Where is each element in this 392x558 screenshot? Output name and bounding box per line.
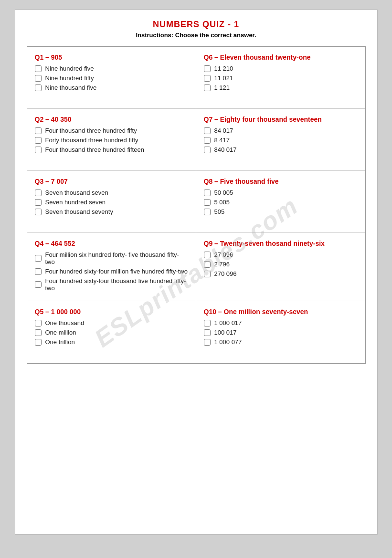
option-label-q8-3: 505 [214,208,225,215]
option-q10-3[interactable]: 1 000 077 [204,338,358,346]
question-label-q6: Q6 – Eleven thousand twenty-one [204,53,358,61]
question-label-q10: Q10 – One million seventy-seven [204,308,358,316]
checkbox-q10-1[interactable] [204,320,211,326]
checkbox-q9-1[interactable] [204,252,211,258]
option-label-q10-1: 1 000 017 [214,319,242,326]
option-label-q1-1: Nine hundred five [45,65,94,72]
checkbox-q5-2[interactable] [35,329,42,336]
option-q5-1[interactable]: One thousand [35,319,188,326]
instructions-label: Instructions: [136,32,173,39]
option-q1-2[interactable]: Nine hundred fifty [35,74,188,82]
question-block-q10: Q10 – One million seventy-seven1 000 017… [196,301,365,363]
checkbox-q4-1[interactable] [35,255,42,262]
question-block-q6: Q6 – Eleven thousand twenty-one11 21011 … [196,47,365,109]
checkbox-q8-1[interactable] [204,190,211,196]
question-label-q5: Q5 – 1 000 000 [35,308,188,316]
checkbox-q3-1[interactable] [35,190,42,196]
checkbox-q10-2[interactable] [204,329,211,336]
question-block-q4: Q4 – 464 552Four million six hundred for… [27,233,196,301]
option-label-q9-2: 2 796 [214,261,230,268]
option-q10-1[interactable]: 1 000 017 [204,319,358,326]
option-q2-1[interactable]: Four thousand three hundred fifty [35,127,188,134]
checkbox-q2-2[interactable] [35,137,42,144]
option-q9-1[interactable]: 27 096 [204,251,358,258]
checkbox-q5-1[interactable] [35,320,42,326]
checkbox-q10-3[interactable] [204,339,211,346]
option-q2-2[interactable]: Forty thousand three hundred fifty [35,137,188,144]
option-q9-3[interactable]: 270 096 [204,270,358,277]
option-q2-3[interactable]: Four thousand three hundred fifteen [35,146,188,153]
option-q6-2[interactable]: 11 021 [204,74,358,82]
option-label-q5-1: One thousand [45,319,85,326]
checkbox-q8-2[interactable] [204,199,211,206]
quiz-grid: Q1 – 905Nine hundred fiveNine hundred fi… [27,46,366,364]
checkbox-q4-3[interactable] [35,281,42,288]
option-q1-1[interactable]: Nine hundred five [35,65,188,72]
checkbox-q2-3[interactable] [35,147,42,153]
option-label-q1-2: Nine hundred fifty [45,74,94,82]
option-label-q10-3: 1 000 077 [214,338,242,346]
question-block-q9: Q9 – Twenty-seven thosand ninety-six27 0… [196,233,365,301]
option-label-q6-2: 11 021 [214,74,233,82]
option-q4-2[interactable]: Four hundred sixty-four million five hun… [35,268,188,275]
option-q3-2[interactable]: Seven hundred seven [35,199,188,206]
option-q5-3[interactable]: One trillion [35,338,188,346]
question-label-q1: Q1 – 905 [35,53,188,61]
checkbox-q7-3[interactable] [204,147,211,153]
checkbox-q6-2[interactable] [204,75,211,82]
option-label-q5-3: One trillion [45,338,75,346]
checkbox-q4-2[interactable] [35,268,42,275]
option-q6-1[interactable]: 11 210 [204,65,358,72]
option-q4-1[interactable]: Four million six hundred forty- five tho… [35,251,188,265]
option-q3-1[interactable]: Seven thousand seven [35,189,188,196]
checkbox-q5-3[interactable] [35,339,42,346]
option-q1-3[interactable]: Nine thousand five [35,84,188,91]
option-label-q7-2: 8 417 [214,137,230,144]
checkbox-q6-1[interactable] [204,65,211,72]
checkbox-q1-3[interactable] [35,84,42,91]
page-title: NUMBERS QUIZ - 1 [27,20,366,30]
option-label-q8-1: 50 005 [214,189,233,196]
option-label-q6-3: 1 121 [214,84,230,91]
option-q3-3[interactable]: Seven thousand seventy [35,208,188,215]
option-label-q4-2: Four hundred sixty-four million five hun… [45,268,188,275]
option-q8-2[interactable]: 5 005 [204,199,358,206]
option-label-q3-2: Seven hundred seven [45,199,106,206]
option-q7-2[interactable]: 8 417 [204,137,358,144]
option-label-q3-1: Seven thousand seven [45,189,108,196]
option-q7-1[interactable]: 84 017 [204,127,358,134]
checkbox-q6-3[interactable] [204,84,211,91]
option-q9-2[interactable]: 2 796 [204,261,358,268]
question-label-q7: Q7 – Eighty four thousand seventeen [204,116,358,123]
option-label-q4-3: Four hundred sixty-four thousand five hu… [45,277,188,292]
quiz-page: ESLprintables.com NUMBERS QUIZ - 1 Instr… [15,10,378,535]
question-block-q2: Q2 – 40 350Four thousand three hundred f… [27,109,196,171]
option-label-q1-3: Nine thousand five [45,84,97,91]
checkbox-q1-1[interactable] [35,65,42,72]
checkbox-q9-2[interactable] [204,261,211,268]
option-q4-3[interactable]: Four hundred sixty-four thousand five hu… [35,277,188,292]
checkbox-q7-1[interactable] [204,127,211,134]
checkbox-q8-3[interactable] [204,209,211,215]
option-q8-1[interactable]: 50 005 [204,189,358,196]
option-q5-2[interactable]: One million [35,329,188,336]
option-q7-3[interactable]: 840 017 [204,146,358,153]
option-q6-3[interactable]: 1 121 [204,84,358,91]
option-label-q5-2: One million [45,329,76,336]
option-label-q8-2: 5 005 [214,199,230,206]
checkbox-q2-1[interactable] [35,127,42,134]
question-block-q5: Q5 – 1 000 000One thousandOne millionOne… [27,301,196,363]
option-q10-2[interactable]: 100 017 [204,329,358,336]
checkbox-q3-3[interactable] [35,209,42,215]
checkbox-q3-2[interactable] [35,199,42,206]
option-label-q6-1: 11 210 [214,65,233,72]
checkbox-q9-3[interactable] [204,271,211,277]
checkbox-q1-2[interactable] [35,75,42,82]
instructions: Instructions: Choose the correct answer. [27,32,366,39]
question-block-q8: Q8 – Five thousand five50 0055 005505 [196,171,365,233]
option-label-q9-1: 27 096 [214,251,233,258]
checkbox-q7-2[interactable] [204,137,211,144]
question-block-q1: Q1 – 905Nine hundred fiveNine hundred fi… [27,47,196,109]
option-q8-3[interactable]: 505 [204,208,358,215]
option-label-q3-3: Seven thousand seventy [45,208,113,215]
